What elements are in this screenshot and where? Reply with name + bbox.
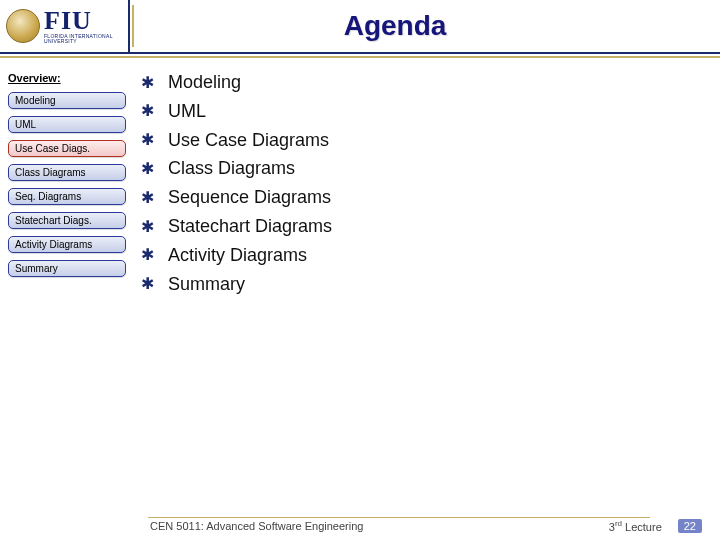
agenda-text: Class Diagrams (168, 154, 295, 183)
sidebar-item-seq-diagrams[interactable]: Seq. Diagrams (8, 188, 126, 205)
bullet-icon: ✱ (140, 70, 154, 96)
fiu-logo: FIU FLORIDA INTERNATIONAL UNIVERSITY (0, 0, 130, 53)
agenda-text: Summary (168, 270, 245, 299)
list-item: ✱Sequence Diagrams (140, 183, 700, 212)
agenda-text: Sequence Diagrams (168, 183, 331, 212)
list-item: ✱Statechart Diagrams (140, 212, 700, 241)
list-item: ✱Modeling (140, 68, 700, 97)
sidebar-item-activity-diagrams[interactable]: Activity Diagrams (8, 236, 126, 253)
bullet-icon: ✱ (140, 242, 154, 268)
sidebar: Overview: Modeling UML Use Case Diags. C… (0, 62, 140, 512)
slide-number: 22 (678, 519, 702, 533)
fiu-acronym: FIU (44, 8, 128, 34)
page-title: Agenda (130, 10, 720, 42)
bullet-icon: ✱ (140, 214, 154, 240)
header: FIU FLORIDA INTERNATIONAL UNIVERSITY Age… (0, 0, 720, 54)
sidebar-heading: Overview: (8, 72, 132, 84)
sidebar-item-statechart-diags[interactable]: Statechart Diags. (8, 212, 126, 229)
fiu-fullname: FLORIDA INTERNATIONAL UNIVERSITY (44, 34, 128, 44)
agenda-text: UML (168, 97, 206, 126)
list-item: ✱Class Diagrams (140, 154, 700, 183)
sidebar-item-uml[interactable]: UML (8, 116, 126, 133)
agenda-text: Modeling (168, 68, 241, 97)
list-item: ✱Activity Diagrams (140, 241, 700, 270)
lecture-ordinal: rd (615, 519, 622, 528)
bullet-icon: ✱ (140, 127, 154, 153)
agenda-text: Activity Diagrams (168, 241, 307, 270)
footer-course: CEN 5011: Advanced Software Engineering (150, 520, 609, 532)
bullet-icon: ✱ (140, 271, 154, 297)
body: Overview: Modeling UML Use Case Diags. C… (0, 54, 720, 512)
bullet-icon: ✱ (140, 98, 154, 124)
list-item: ✱Use Case Diagrams (140, 126, 700, 155)
agenda-text: Statechart Diagrams (168, 212, 332, 241)
university-seal-icon (6, 9, 40, 43)
list-item: ✱Summary (140, 270, 700, 299)
sidebar-item-summary[interactable]: Summary (8, 260, 126, 277)
agenda-list: ✱Modeling ✱UML ✱Use Case Diagrams ✱Class… (140, 68, 700, 298)
fiu-text: FIU FLORIDA INTERNATIONAL UNIVERSITY (44, 8, 128, 44)
sidebar-item-class-diagrams[interactable]: Class Diagrams (8, 164, 126, 181)
list-item: ✱UML (140, 97, 700, 126)
sidebar-item-modeling[interactable]: Modeling (8, 92, 126, 109)
footer-lecture: 3rd Lecture (609, 519, 662, 533)
content: ✱Modeling ✱UML ✱Use Case Diagrams ✱Class… (140, 62, 720, 512)
bullet-icon: ✱ (140, 185, 154, 211)
lecture-label: Lecture (622, 521, 662, 533)
sidebar-item-use-case-diags[interactable]: Use Case Diags. (8, 140, 126, 157)
bullet-icon: ✱ (140, 156, 154, 182)
agenda-text: Use Case Diagrams (168, 126, 329, 155)
footer: CEN 5011: Advanced Software Engineering … (0, 516, 720, 540)
